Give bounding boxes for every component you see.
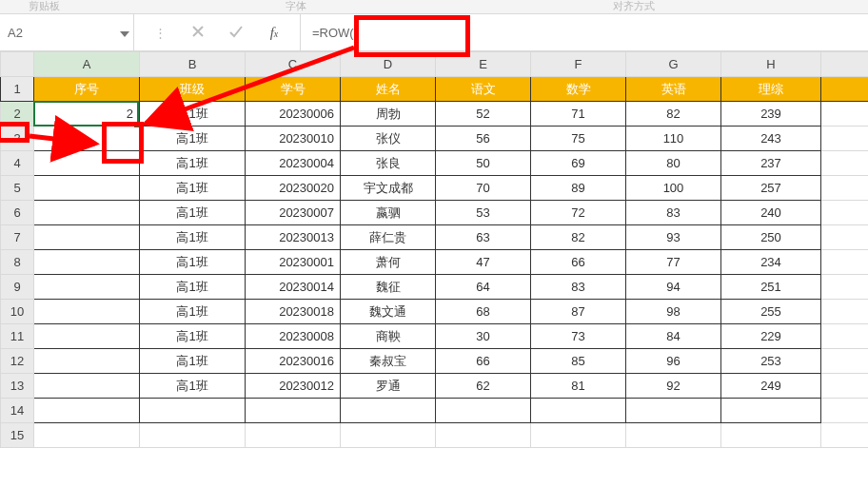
cell[interactable]: 20230008 bbox=[246, 324, 341, 349]
cell-blank[interactable] bbox=[821, 423, 869, 448]
row-header-5[interactable]: 5 bbox=[1, 176, 34, 201]
cell[interactable]: 251 bbox=[721, 275, 821, 300]
cell[interactable]: 50 bbox=[436, 151, 531, 176]
cell[interactable]: 张良 bbox=[341, 151, 436, 176]
cell[interactable]: 53 bbox=[436, 201, 531, 225]
cell-blank[interactable] bbox=[821, 250, 869, 275]
row-header-4[interactable]: 4 bbox=[1, 151, 34, 176]
spreadsheet-grid[interactable]: ABCDEFGH 1序号班级学号姓名语文数学英语理综22高1班20230006周… bbox=[0, 51, 868, 448]
cell[interactable]: 89 bbox=[531, 176, 626, 201]
column-header-B[interactable]: B bbox=[140, 52, 246, 77]
cell[interactable]: 高1班 bbox=[140, 225, 246, 250]
row-header-1[interactable]: 1 bbox=[1, 77, 34, 102]
header-cell[interactable]: 数学 bbox=[531, 77, 626, 102]
cell[interactable]: 20230013 bbox=[246, 225, 341, 250]
cell[interactable]: 234 bbox=[721, 250, 821, 275]
header-cell[interactable]: 英语 bbox=[626, 77, 721, 102]
cell[interactable]: 253 bbox=[721, 349, 821, 374]
cell-blank[interactable] bbox=[821, 275, 869, 300]
name-box-dropdown[interactable] bbox=[116, 14, 133, 50]
cell[interactable]: 20230012 bbox=[246, 374, 341, 399]
row-header-12[interactable]: 12 bbox=[1, 349, 34, 374]
row-header-7[interactable]: 7 bbox=[1, 225, 34, 250]
cell[interactable]: 20230006 bbox=[246, 102, 341, 127]
cell[interactable]: 96 bbox=[626, 349, 721, 374]
header-cell[interactable]: 班级 bbox=[140, 77, 246, 102]
header-cell[interactable]: 语文 bbox=[436, 77, 531, 102]
cell[interactable] bbox=[34, 300, 140, 324]
header-cell[interactable]: 序号 bbox=[34, 77, 140, 102]
cell[interactable] bbox=[34, 349, 140, 374]
row-header-2[interactable]: 2 bbox=[1, 102, 34, 127]
cell[interactable] bbox=[531, 399, 626, 423]
cell-blank[interactable] bbox=[821, 324, 869, 349]
cell[interactable]: 萧何 bbox=[341, 250, 436, 275]
cell[interactable] bbox=[626, 423, 721, 448]
cell[interactable] bbox=[34, 151, 140, 176]
cell-blank[interactable] bbox=[821, 176, 869, 201]
cell[interactable]: 宇文成都 bbox=[341, 176, 436, 201]
cell[interactable]: 20230004 bbox=[246, 151, 341, 176]
cell[interactable]: 高1班 bbox=[140, 275, 246, 300]
cell[interactable] bbox=[34, 176, 140, 201]
header-cell[interactable]: 姓名 bbox=[341, 77, 436, 102]
cell[interactable] bbox=[626, 399, 721, 423]
cell[interactable]: 高1班 bbox=[140, 127, 246, 151]
cell[interactable]: 98 bbox=[626, 300, 721, 324]
row-header-6[interactable]: 6 bbox=[1, 201, 34, 225]
cell[interactable]: 商鞅 bbox=[341, 324, 436, 349]
cell[interactable]: 249 bbox=[721, 374, 821, 399]
cell[interactable]: 魏征 bbox=[341, 275, 436, 300]
cell[interactable]: 20230007 bbox=[246, 201, 341, 225]
column-header-blank[interactable] bbox=[821, 52, 869, 77]
cell[interactable]: 66 bbox=[531, 250, 626, 275]
cell[interactable]: 高1班 bbox=[140, 102, 246, 127]
cell[interactable]: 56 bbox=[436, 127, 531, 151]
cell[interactable]: 20230014 bbox=[246, 275, 341, 300]
column-header-D[interactable]: D bbox=[341, 52, 436, 77]
column-header-E[interactable]: E bbox=[436, 52, 531, 77]
cell[interactable]: 高1班 bbox=[140, 349, 246, 374]
cell[interactable]: 20230010 bbox=[246, 127, 341, 151]
cell[interactable]: 高1班 bbox=[140, 324, 246, 349]
select-all-corner[interactable] bbox=[1, 52, 34, 77]
cell[interactable]: 110 bbox=[626, 127, 721, 151]
cell[interactable]: 100 bbox=[626, 176, 721, 201]
cell[interactable]: 52 bbox=[436, 102, 531, 127]
row-header-10[interactable]: 10 bbox=[1, 300, 34, 324]
cell[interactable] bbox=[246, 423, 341, 448]
header-cell[interactable]: 理综 bbox=[721, 77, 821, 102]
cell[interactable]: 64 bbox=[436, 275, 531, 300]
row-header-14[interactable]: 14 bbox=[1, 399, 34, 423]
cell[interactable]: 高1班 bbox=[140, 374, 246, 399]
enter-button[interactable] bbox=[226, 24, 247, 42]
cell[interactable]: 72 bbox=[531, 201, 626, 225]
cell[interactable]: 75 bbox=[531, 127, 626, 151]
cell[interactable]: 63 bbox=[436, 225, 531, 250]
cell-blank[interactable] bbox=[821, 300, 869, 324]
cell[interactable] bbox=[34, 399, 140, 423]
column-header-A[interactable]: A bbox=[34, 52, 140, 77]
cell[interactable] bbox=[34, 201, 140, 225]
cell[interactable]: 239 bbox=[721, 102, 821, 127]
cell[interactable]: 30 bbox=[436, 324, 531, 349]
cell[interactable]: 高1班 bbox=[140, 300, 246, 324]
cell[interactable]: 62 bbox=[436, 374, 531, 399]
header-cell[interactable]: 学号 bbox=[246, 77, 341, 102]
column-header-H[interactable]: H bbox=[721, 52, 821, 77]
cell[interactable]: 82 bbox=[626, 102, 721, 127]
cell[interactable]: 周勃 bbox=[341, 102, 436, 127]
cell[interactable]: 84 bbox=[626, 324, 721, 349]
cell[interactable]: 71 bbox=[531, 102, 626, 127]
cell[interactable] bbox=[34, 250, 140, 275]
row-header-15[interactable]: 15 bbox=[1, 423, 34, 448]
cell[interactable] bbox=[341, 399, 436, 423]
cell[interactable]: 69 bbox=[531, 151, 626, 176]
cell[interactable]: 20230020 bbox=[246, 176, 341, 201]
cell[interactable]: 高1班 bbox=[140, 201, 246, 225]
cell[interactable] bbox=[34, 374, 140, 399]
cell[interactable]: 73 bbox=[531, 324, 626, 349]
cell[interactable]: 张仪 bbox=[341, 127, 436, 151]
cell[interactable]: 68 bbox=[436, 300, 531, 324]
cell-blank[interactable] bbox=[821, 77, 869, 102]
